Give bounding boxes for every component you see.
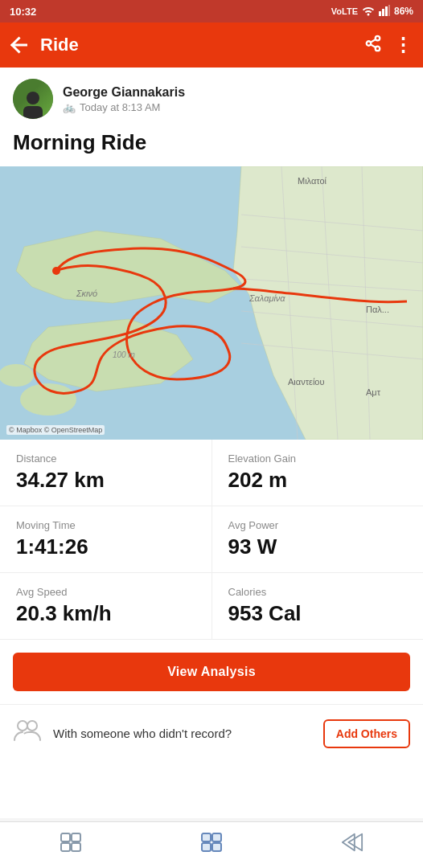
map[interactable]: Μιλατοί Παλ... Αιαντείου Αμτ 100 m Σκινό… [0, 166, 423, 440]
battery-icon: 86% [394, 6, 413, 17]
more-icon[interactable]: ⋮ [393, 34, 412, 56]
svg-point-14 [0, 364, 34, 387]
map-svg: Μιλατοί Παλ... Αιαντείου Αμτ 100 m Σκινό… [0, 166, 423, 440]
signal-icon [379, 5, 390, 18]
svg-line-8 [371, 44, 376, 47]
stats-section: Distance 34.27 km Elevation Gain 202 m M… [0, 440, 423, 640]
top-nav-right: ⋮ [364, 34, 412, 56]
map-copyright: © Mapbox © OpenStreetMap [6, 425, 105, 435]
svg-text:Σαλαμίνα: Σαλαμίνα [248, 293, 285, 303]
wifi-icon [362, 5, 375, 18]
user-header: George Giannakaris 🚲 Today at 8:13 AM [0, 68, 423, 127]
svg-rect-3 [385, 6, 388, 16]
carrier-icon: VoLTE [331, 6, 358, 16]
bottom-nav-item-1[interactable] [47, 829, 95, 862]
stat-calories: Calories 953 Cal [212, 573, 424, 639]
svg-text:100 m: 100 m [113, 350, 135, 359]
bottom-nav-item-3[interactable] [328, 829, 376, 862]
stat-avg-power: Avg Power 93 W [212, 506, 424, 572]
status-bar: 10:32 VoLTE 86% [0, 0, 423, 23]
back-nav-icon [341, 832, 363, 858]
svg-point-0 [367, 13, 369, 15]
svg-rect-35 [61, 843, 70, 851]
svg-point-32 [27, 721, 37, 731]
avatar [13, 79, 53, 119]
bottom-nav [0, 821, 423, 868]
svg-text:Παλ...: Παλ... [366, 305, 389, 314]
top-nav: Ride ⋮ [0, 23, 423, 68]
stat-distance: Distance 34.27 km [0, 440, 212, 506]
user-info: George Giannakaris 🚲 Today at 8:13 AM [63, 85, 185, 113]
add-others-text: With someone who didn't record? [53, 725, 312, 742]
view-analysis-button[interactable]: View Analysis [13, 653, 410, 691]
stat-avg-speed: Avg Speed 20.3 km/h [0, 573, 212, 639]
top-nav-left: Ride [11, 35, 79, 55]
content-area: George Giannakaris 🚲 Today at 8:13 AM Mo… [0, 68, 423, 818]
share-icon[interactable] [364, 35, 382, 56]
status-time: 10:32 [10, 6, 36, 18]
svg-rect-37 [202, 833, 211, 841]
ride-title: Morning Ride [0, 127, 423, 166]
grid-icon-2 [200, 832, 223, 858]
svg-marker-11 [24, 319, 193, 391]
stats-row-2: Moving Time 1:41:26 Avg Power 93 W [0, 506, 423, 573]
svg-rect-2 [382, 9, 384, 16]
svg-point-13 [20, 383, 76, 416]
svg-rect-4 [388, 5, 390, 16]
back-button[interactable] [11, 36, 29, 54]
svg-text:Μιλατοί: Μιλατοί [298, 176, 327, 186]
add-others-section: With someone who didn't record? Add Othe… [0, 704, 423, 762]
svg-rect-39 [202, 843, 211, 851]
status-bar-right: VoLTE 86% [331, 5, 413, 18]
svg-point-23 [52, 267, 60, 275]
svg-text:Αμτ: Αμτ [366, 387, 381, 397]
page-title: Ride [40, 35, 79, 55]
svg-text:Σκινό: Σκινό [76, 289, 97, 298]
add-others-button[interactable]: Add Others [323, 719, 410, 748]
bike-icon: 🚲 [63, 101, 76, 113]
user-subtitle: 🚲 Today at 8:13 AM [63, 101, 185, 113]
svg-rect-34 [72, 833, 80, 841]
svg-point-31 [18, 721, 27, 731]
svg-rect-36 [72, 843, 80, 851]
stat-moving-time: Moving Time 1:41:26 [0, 506, 212, 572]
svg-text:Αιαντείου: Αιαντείου [288, 377, 324, 387]
people-icon [13, 718, 42, 749]
svg-rect-40 [212, 843, 221, 851]
user-name: George Giannakaris [63, 85, 185, 100]
stat-elevation: Elevation Gain 202 m [212, 440, 424, 506]
grid-icon [60, 832, 82, 858]
stats-row-1: Distance 34.27 km Elevation Gain 202 m [0, 440, 423, 506]
svg-rect-1 [379, 11, 381, 16]
stats-row-3: Avg Speed 20.3 km/h Calories 953 Cal [0, 573, 423, 640]
svg-line-9 [371, 39, 376, 42]
bottom-nav-item-2[interactable] [187, 829, 236, 862]
svg-rect-33 [61, 833, 70, 841]
svg-rect-38 [212, 833, 221, 841]
